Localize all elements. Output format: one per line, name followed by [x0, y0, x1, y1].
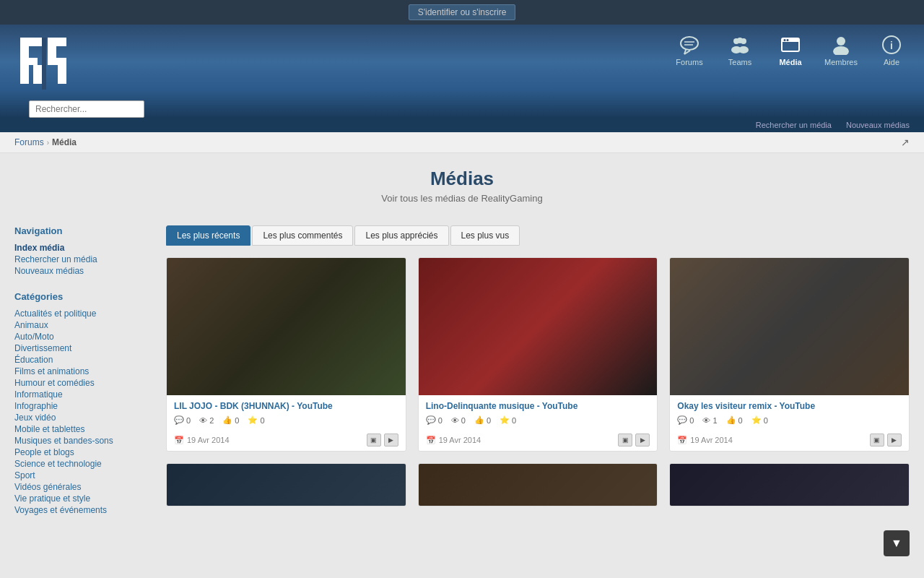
sidebar-link-index[interactable]: Index média — [14, 242, 152, 254]
media-grid: LIL JOJO - BDK (3HUNNAK) - YouTube 💬 0 👁… — [166, 257, 910, 506]
external-link-icon[interactable]: ↗ — [901, 137, 910, 148]
content-area: Les plus récents Les plus commentés Les … — [166, 225, 910, 530]
tab-commented[interactable]: Les plus commentés — [252, 225, 353, 246]
breadcrumb-forums[interactable]: Forums — [14, 137, 44, 147]
cal-icon-1: 📅 — [174, 436, 184, 445]
sidebar-cat-jeux[interactable]: Jeux vidéo — [14, 412, 152, 423]
fav-count-3: 0 — [764, 416, 768, 425]
svg-point-24 — [837, 37, 845, 46]
page-header: Médias Voir tous les médias de RealityGa… — [0, 153, 924, 211]
comments-stat-2: 💬 0 — [426, 415, 443, 425]
nav-icons: Forums Teams — [671, 32, 910, 72]
media-thumb-5 — [419, 464, 658, 506]
view-count-1: 2 — [209, 416, 214, 425]
action-btn-3b[interactable]: ▶ — [887, 434, 902, 447]
nav-item-aide[interactable]: i Aide — [873, 32, 910, 66]
sidebar-nav-section: Navigation Index média Rechercher un méd… — [14, 225, 152, 277]
sidebar-cat-actu[interactable]: Actualités et politique — [14, 308, 152, 319]
media-card-5[interactable] — [418, 463, 658, 506]
sidebar-categories-section: Catégories Actualités et politique Anima… — [14, 291, 152, 516]
svg-point-19 — [738, 46, 749, 53]
comments-stat-3: 💬 0 — [677, 415, 694, 425]
tab-viewed[interactable]: Les plus vus — [450, 225, 520, 246]
page-title: Médias — [0, 168, 924, 190]
views-stat-2: 👁 0 — [451, 416, 466, 425]
sidebar-cat-musiques[interactable]: Musiques et bandes-sons — [14, 435, 152, 447]
nav-item-teams[interactable]: Teams — [722, 32, 758, 66]
svg-text:i: i — [890, 40, 893, 51]
sidebar-cat-voyages[interactable]: Voyages et événements — [14, 504, 152, 516]
action-btn-3a[interactable]: ▣ — [870, 434, 884, 447]
sidebar-cat-divert[interactable]: Divertissement — [14, 342, 152, 354]
nav-item-media[interactable]: Média — [772, 32, 808, 66]
logo[interactable] — [14, 32, 72, 92]
tab-appreciated[interactable]: Les plus appréciés — [354, 225, 448, 246]
sidebar-cat-informatique[interactable]: Informatique — [14, 389, 152, 400]
sidebar-cat-vie[interactable]: Vie pratique et style — [14, 493, 152, 504]
sidebar-cat-science[interactable]: Science et technologie — [14, 458, 152, 470]
scroll-down-button[interactable]: ▼ — [884, 530, 910, 545]
nav-label-teams: Teams — [728, 58, 751, 66]
media-card-6[interactable] — [669, 463, 910, 506]
svg-rect-7 — [48, 58, 66, 65]
sidebar-cat-sport[interactable]: Sport — [14, 470, 152, 481]
views-stat-3: 👁 1 — [702, 416, 717, 425]
action-btn-1a[interactable]: ▣ — [367, 434, 381, 447]
sidebar-cat-infographie[interactable]: Infographie — [14, 400, 152, 412]
media-card-2[interactable]: Lino-Delinquante musique - YouTube 💬 0 👁… — [418, 257, 658, 452]
media-card-4[interactable] — [166, 463, 406, 506]
view-icon-3: 👁 — [702, 416, 710, 425]
action-btn-1b[interactable]: ▶ — [384, 434, 398, 447]
nav-item-forums[interactable]: Forums — [671, 32, 707, 66]
cal-icon-2: 📅 — [426, 436, 436, 445]
sidebar-link-search[interactable]: Rechercher un média — [14, 254, 152, 265]
sidebar-cat-people[interactable]: People et blogs — [14, 447, 152, 458]
top-bar: S'identifier ou s'inscrire — [0, 0, 924, 25]
svg-rect-9 — [42, 38, 46, 90]
media-actions-3: ▣ ▶ — [870, 434, 902, 447]
tab-recent[interactable]: Les plus récents — [166, 225, 250, 246]
fav-stat-1: ⭐ 0 — [248, 415, 264, 425]
login-button[interactable]: S'identifier ou s'inscrire — [409, 4, 516, 20]
sidebar-cat-education[interactable]: Éducation — [14, 354, 152, 366]
media-actions-2: ▣ ▶ — [618, 434, 650, 447]
sidebar-cat-humour[interactable]: Humour et comédies — [14, 377, 152, 389]
date-text-2: 19 Avr 2014 — [439, 436, 481, 444]
media-card-3[interactable]: Okay les visiteur remix - YouTube 💬 0 👁 … — [669, 257, 910, 452]
svg-point-17 — [737, 38, 743, 43]
subnav-search-media[interactable]: Rechercher un média — [756, 121, 832, 129]
search-input[interactable] — [29, 100, 144, 118]
header-left — [14, 32, 144, 118]
nav-label-media: Média — [779, 58, 801, 66]
comment-count-3: 0 — [689, 416, 694, 425]
like-count-1: 0 — [235, 416, 239, 425]
media-footer-3: 📅 19 Avr 2014 ▣ ▶ — [670, 431, 909, 451]
media-thumb-6 — [670, 464, 909, 506]
sidebar-cat-auto[interactable]: Auto/Moto — [14, 331, 152, 342]
svg-rect-2 — [20, 38, 42, 46]
action-btn-2b[interactable]: ▶ — [635, 434, 650, 447]
like-icon-3: 👍 — [726, 415, 736, 425]
main-container: Navigation Index média Rechercher un méd… — [0, 211, 924, 545]
action-btn-2a[interactable]: ▣ — [618, 434, 632, 447]
sub-nav: Rechercher un média Nouveaux médias — [0, 118, 924, 132]
media-title-2: Lino-Delinquante musique - YouTube — [426, 401, 650, 411]
nav-item-membres[interactable]: Membres — [823, 32, 859, 66]
media-card-1[interactable]: LIL JOJO - BDK (3HUNNAK) - YouTube 💬 0 👁… — [166, 257, 406, 452]
sidebar-cat-videos[interactable]: Vidéos générales — [14, 481, 152, 493]
media-stats-1: 💬 0 👁 2 👍 0 ⭐ 0 — [174, 415, 398, 425]
fav-count-1: 0 — [260, 416, 264, 425]
media-info-1: LIL JOJO - BDK (3HUNNAK) - YouTube 💬 0 👁… — [167, 395, 406, 431]
sidebar-cat-films[interactable]: Films et animations — [14, 366, 152, 377]
subnav-new-media[interactable]: Nouveaux médias — [846, 121, 910, 129]
likes-stat-3: 👍 0 — [726, 415, 743, 425]
breadcrumb-media: Média — [52, 137, 77, 147]
sidebar-cat-mobile[interactable]: Mobile et tablettes — [14, 423, 152, 435]
comment-icon-3: 💬 — [677, 415, 687, 425]
nav-label-forums: Forums — [676, 58, 702, 66]
header: Forums Teams — [0, 25, 924, 118]
sidebar-link-new[interactable]: Nouveaux médias — [14, 265, 152, 277]
sidebar-cat-animaux[interactable]: Animaux — [14, 319, 152, 331]
view-count-3: 1 — [712, 416, 717, 425]
like-count-2: 0 — [487, 416, 491, 425]
